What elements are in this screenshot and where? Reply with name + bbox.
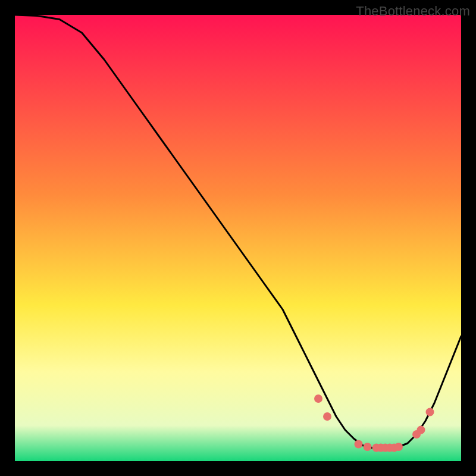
marker-dot (355, 440, 363, 449)
bottleneck-curve (15, 15, 461, 448)
marker-dot (426, 408, 434, 416)
marker-dot (364, 443, 372, 451)
line-layer (15, 15, 461, 461)
marker-dot (323, 412, 331, 421)
marker-dot (314, 394, 322, 403)
marker-dot (417, 426, 425, 434)
marker-dot (394, 443, 403, 451)
chart-frame: TheBottleneck.com (0, 0, 476, 476)
plot-area (15, 15, 461, 461)
watermark-text: TheBottleneck.com (356, 4, 470, 19)
marker-group (314, 394, 434, 452)
